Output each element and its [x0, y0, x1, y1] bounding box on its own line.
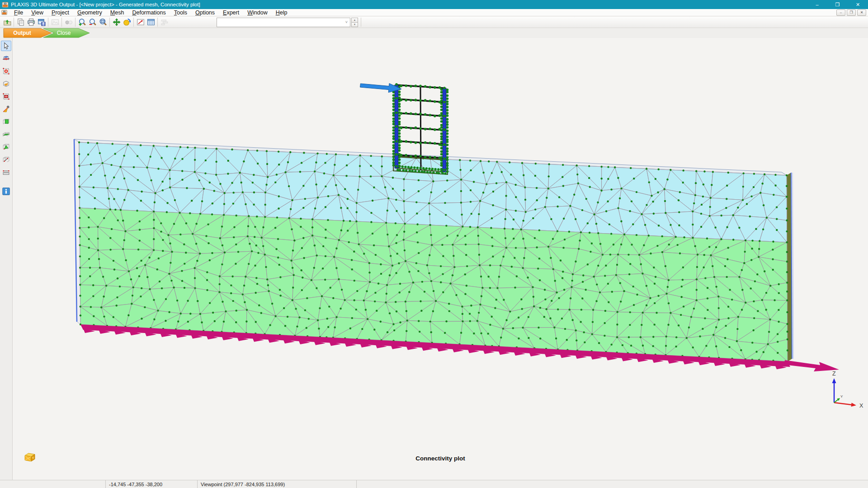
title-bar: PLAXIS 3D Ultimate Output - [<New projec…: [0, 0, 868, 9]
tool-info-button[interactable]: [1, 186, 11, 197]
cross-section-button[interactable]: [135, 17, 146, 28]
tool-sidebar: [0, 38, 13, 480]
document-icon: [1, 9, 7, 15]
tool-model-view-button[interactable]: [1, 79, 11, 89]
menu-project[interactable]: Project: [47, 9, 73, 16]
zoom-out-button[interactable]: [87, 17, 98, 28]
restore-button[interactable]: ❐: [827, 0, 848, 9]
tab-strip: CloseOutput: [0, 28, 868, 38]
toolbar-separator: [361, 18, 361, 27]
toolbar-separator: [14, 18, 14, 27]
viewpoint-coordinates: Viewpoint (297,977 -824,935 113,699): [198, 480, 357, 488]
model-canvas[interactable]: Connectivity plot: [13, 38, 868, 480]
view-spinner: ▲▼: [351, 18, 358, 27]
menu-options[interactable]: Options: [191, 9, 219, 16]
mdi-close-button[interactable]: ✕: [857, 9, 866, 16]
copy-button[interactable]: [15, 17, 26, 28]
menu-deformations[interactable]: Deformations: [128, 9, 170, 16]
pan-button[interactable]: [111, 17, 122, 28]
save-view-button[interactable]: [36, 17, 47, 28]
close-button[interactable]: ✕: [848, 0, 868, 9]
toolbar-separator: [48, 18, 48, 27]
status-cell: [357, 480, 868, 488]
tab-close-label: Close: [57, 30, 71, 36]
tool-select-nodes-button[interactable]: [1, 66, 11, 76]
table-button[interactable]: [146, 17, 156, 28]
toolbar-separator: [109, 18, 110, 27]
menu-file[interactable]: File: [10, 9, 27, 16]
status-bar: -14,745 -47,355 -38,200Viewpoint (297,97…: [0, 480, 868, 488]
tool-select-button[interactable]: [1, 41, 11, 51]
minimize-button[interactable]: –: [807, 0, 827, 9]
toolbar-separator: [157, 18, 158, 27]
layers-button: [159, 17, 170, 28]
menu-view[interactable]: View: [27, 9, 47, 16]
open-project-button[interactable]: [2, 17, 12, 28]
zoom-rectangle-button[interactable]: [98, 17, 108, 28]
mdi-minimize-button[interactable]: –: [836, 9, 845, 16]
tool-horizontal-cross-section-button[interactable]: [1, 129, 11, 140]
menu-tools[interactable]: Tools: [170, 9, 191, 16]
tool-shadings-button[interactable]: [1, 104, 11, 114]
menu-window[interactable]: Window: [243, 9, 271, 16]
plaxis-output-window: PLAXIS 3D Ultimate Output - [<New projec…: [0, 0, 868, 488]
menu-geometry[interactable]: Geometry: [73, 9, 106, 16]
spinner-down-button[interactable]: ▼: [351, 23, 358, 27]
menu-help[interactable]: Help: [272, 9, 292, 16]
tool-measure-button[interactable]: [1, 167, 11, 178]
stereo-button: [63, 17, 74, 28]
toolbar-separator: [133, 18, 134, 27]
tool-line-cross-section-button[interactable]: [1, 155, 11, 165]
chevron-down-icon[interactable]: ˅: [345, 20, 348, 24]
menu-expert[interactable]: Expert: [219, 9, 243, 16]
cursor-coordinates: -14,745 -47,355 -38,200: [106, 480, 198, 488]
menu-bar: FileViewProjectGeometryMeshDeformationsT…: [0, 9, 868, 16]
tool-select-plates-button[interactable]: [1, 91, 11, 102]
spinner-up-button[interactable]: ▲: [351, 18, 358, 23]
tool-free-cross-section-button[interactable]: [1, 142, 11, 152]
soil-element-icon: [24, 452, 36, 463]
rotate-button[interactable]: [122, 17, 132, 28]
mdi-restore-button[interactable]: ❐: [847, 9, 856, 16]
toolbar-separator: [75, 18, 75, 27]
tab-output-label: Output: [13, 30, 31, 36]
tool-vertical-cross-section-button[interactable]: [1, 117, 11, 127]
menu-mesh[interactable]: Mesh: [106, 9, 128, 16]
tool-cross-section-plane-button[interactable]: [1, 53, 11, 64]
toolbar-separator: [61, 18, 62, 27]
image-button: [50, 17, 60, 28]
view-combo[interactable]: ˅: [217, 18, 350, 27]
window-title: PLAXIS 3D Ultimate Output - [<New projec…: [11, 2, 200, 7]
zoom-in-button[interactable]: [77, 17, 87, 28]
toolbar: ˅▲▼: [0, 17, 868, 28]
menus: FileViewProjectGeometryMeshDeformationsT…: [10, 9, 291, 16]
app-icon: [2, 1, 9, 8]
plot-caption: Connectivity plot: [13, 455, 868, 462]
status-cell: [0, 480, 106, 488]
print-button[interactable]: [26, 17, 36, 28]
